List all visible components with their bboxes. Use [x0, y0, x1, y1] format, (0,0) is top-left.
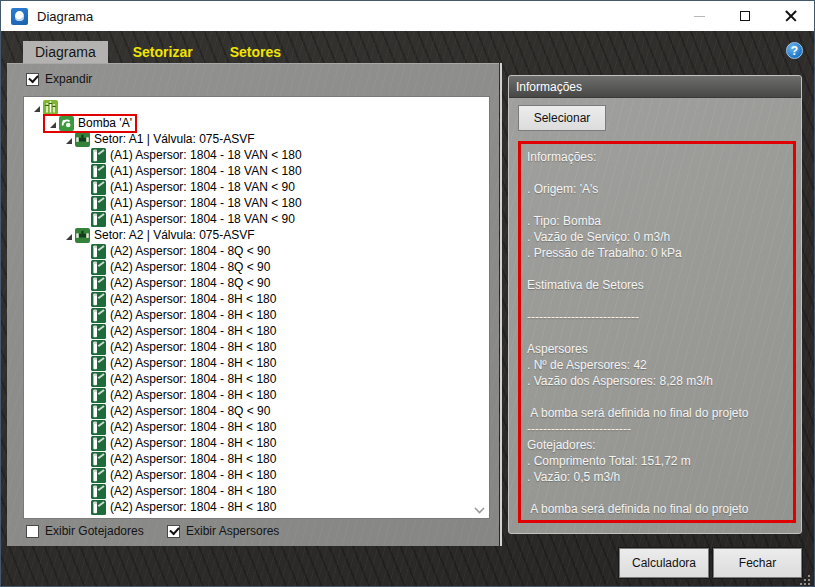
sprinkler-icon [91, 292, 106, 307]
tree-item-label: Setor: A1 | Válvula: 075-ASVF [94, 132, 255, 147]
sprinkler-icon [91, 452, 106, 467]
sprinkler-icon [91, 196, 106, 211]
select-button[interactable]: Selecionar [518, 105, 606, 131]
help-icon[interactable]: ? [786, 42, 803, 59]
tree-item-label: Setor: A2 | Válvula: 075-ASVF [94, 228, 255, 243]
tree-expander-icon[interactable] [30, 102, 40, 112]
tree-row[interactable]: (A2) Aspersor: 1804 - 8Q < 90 [24, 275, 489, 291]
tree-row[interactable]: (A1) Aspersor: 1804 - 18 VAN < 180 [24, 163, 489, 179]
expand-checkbox-row[interactable]: Expandir [26, 72, 92, 86]
tree-item-label: (A2) Aspersor: 1804 - 8H < 180 [110, 452, 276, 467]
info-line: . Nº de Aspersores: 42 [527, 357, 793, 373]
info-line [527, 197, 793, 213]
close-icon [785, 10, 797, 22]
selected-item-highlight: Bomba 'A' [43, 114, 137, 133]
show-drippers-label: Exibir Gotejadores [45, 524, 144, 538]
maximize-button[interactable] [722, 1, 768, 31]
tree-row[interactable]: (A2) Aspersor: 1804 - 8H < 180 [24, 371, 489, 387]
tree-row[interactable]: (A2) Aspersor: 1804 - 8H < 180 [24, 323, 489, 339]
tree-expander-icon[interactable] [62, 134, 72, 144]
info-line [527, 261, 793, 277]
info-line [527, 389, 793, 405]
resize-grip-icon[interactable] [798, 573, 812, 587]
tree-row[interactable]: (A2) Aspersor: 1804 - 8H < 180 [24, 483, 489, 499]
expand-checkbox[interactable] [26, 73, 39, 86]
tree-row[interactable]: Setor: A2 | Válvula: 075-ASVF [24, 227, 489, 243]
tab-setores[interactable]: Setores [218, 41, 293, 64]
tree-item-label: (A2) Aspersor: 1804 - 8H < 180 [110, 372, 276, 387]
sprinkler-icon [91, 356, 106, 371]
tree-row[interactable]: (A2) Aspersor: 1804 - 8H < 180 [24, 435, 489, 451]
tree-row[interactable]: (A2) Aspersor: 1804 - 8Q < 90 [24, 259, 489, 275]
tree-row[interactable]: (A2) Aspersor: 1804 - 8Q < 90 [24, 403, 489, 419]
tree-item-label: (A2) Aspersor: 1804 - 8H < 180 [110, 388, 276, 403]
tree-row[interactable]: (A2) Aspersor: 1804 - 8H < 180 [24, 291, 489, 307]
window-body: Diagrama Setorizar Setores ? Expandir Bo… [1, 31, 814, 587]
sprinkler-icon [91, 484, 106, 499]
tab-diagrama[interactable]: Diagrama [23, 41, 108, 64]
tree-row[interactable]: (A1) Aspersor: 1804 - 18 VAN < 90 [24, 211, 489, 227]
tree-item-label: (A2) Aspersor: 1804 - 8Q < 90 [110, 244, 270, 259]
show-drippers-checkbox-row[interactable]: Exibir Gotejadores [26, 524, 144, 538]
tree-item-label: (A2) Aspersor: 1804 - 8H < 180 [110, 308, 276, 323]
maximize-icon [740, 11, 750, 21]
tree-row[interactable]: (A2) Aspersor: 1804 - 8H < 180 [24, 419, 489, 435]
tree-row[interactable]: (A2) Aspersor: 1804 - 8Q < 90 [24, 243, 489, 259]
info-line: . Vazão de Serviço: 0 m3/h [527, 229, 793, 245]
tree-row[interactable]: (A2) Aspersor: 1804 - 8H < 180 [24, 307, 489, 323]
tree-item-label: (A1) Aspersor: 1804 - 18 VAN < 180 [110, 148, 302, 163]
tree-row[interactable]: (A1) Aspersor: 1804 - 18 VAN < 180 [24, 147, 489, 163]
tree-row[interactable]: (A1) Aspersor: 1804 - 18 VAN < 90 [24, 179, 489, 195]
show-sprinklers-checkbox-row[interactable]: Exibir Aspersores [167, 524, 279, 538]
window-title: Diagrama [37, 9, 93, 24]
info-line: . Tipo: Bomba [527, 213, 793, 229]
tree-row[interactable]: (A2) Aspersor: 1804 - 8H < 180 [24, 467, 489, 483]
info-line: . Vazão dos Aspersores: 8,28 m3/h [527, 373, 793, 389]
info-line: Gotejadores: [527, 437, 793, 453]
tree-item-label: (A1) Aspersor: 1804 - 18 VAN < 90 [110, 180, 295, 195]
show-sprinklers-label: Exibir Aspersores [186, 524, 279, 538]
fechar-button[interactable]: Fechar [713, 548, 802, 578]
sprinkler-icon [91, 340, 106, 355]
sprinkler-icon [91, 244, 106, 259]
show-sprinklers-checkbox[interactable] [167, 525, 180, 538]
tree-item-label: (A1) Aspersor: 1804 - 18 VAN < 180 [110, 164, 302, 179]
tree-row[interactable]: (A2) Aspersor: 1804 - 8H < 180 [24, 355, 489, 371]
tree-row[interactable]: (A1) Aspersor: 1804 - 18 VAN < 180 [24, 195, 489, 211]
tree-item-label: (A2) Aspersor: 1804 - 8H < 180 [110, 340, 276, 355]
info-line: . Origem: 'A's [527, 181, 793, 197]
tab-setorizar[interactable]: Setorizar [121, 41, 205, 64]
sprinkler-icon [91, 372, 106, 387]
tree-row[interactable]: (A2) Aspersor: 1804 - 8H < 180 [24, 387, 489, 403]
tree-item-label: (A2) Aspersor: 1804 - 8H < 180 [110, 292, 276, 307]
sprinkler-icon [91, 180, 106, 195]
info-line: -------------------------- [527, 421, 793, 437]
calculator-button[interactable]: Calculadora [619, 548, 709, 578]
tree-row[interactable]: (A2) Aspersor: 1804 - 8H < 180 [24, 451, 489, 467]
sprinkler-icon [91, 308, 106, 323]
info-line: . Pressão de Trabalho: 0 kPa [527, 245, 793, 261]
pump-icon [59, 116, 74, 131]
tree-row[interactable]: (A2) Aspersor: 1804 - 8H < 180 [24, 339, 489, 355]
info-line [527, 293, 793, 309]
tree-item-label: Bomba 'A' [78, 116, 132, 131]
minimize-button[interactable] [676, 1, 722, 31]
info-line: Aspersores [527, 341, 793, 357]
close-button[interactable] [768, 1, 814, 31]
info-line: ---------------------------- [527, 309, 793, 325]
info-line: A bomba será definida no final do projet… [527, 405, 793, 421]
show-drippers-checkbox[interactable] [26, 525, 39, 538]
tree-row[interactable]: (A2) Aspersor: 1804 - 8H < 180 [24, 499, 489, 515]
scroll-down-icon[interactable] [472, 504, 486, 516]
tree-row[interactable]: Bomba 'A' [24, 115, 489, 131]
info-line [527, 325, 793, 341]
panel-splitter[interactable] [500, 63, 502, 546]
tree-expander-icon[interactable] [62, 230, 72, 240]
tree-item-label: (A2) Aspersor: 1804 - 8H < 180 [110, 420, 276, 435]
tree-row[interactable]: Setor: A1 | Válvula: 075-ASVF [24, 131, 489, 147]
info-line: Estimativa de Setores [527, 277, 793, 293]
tree-expander-icon[interactable] [46, 118, 56, 128]
sprinkler-icon [91, 500, 106, 515]
tree-item-label: (A2) Aspersor: 1804 - 8Q < 90 [110, 260, 270, 275]
info-line: . Comprimento Total: 151,72 m [527, 453, 793, 469]
